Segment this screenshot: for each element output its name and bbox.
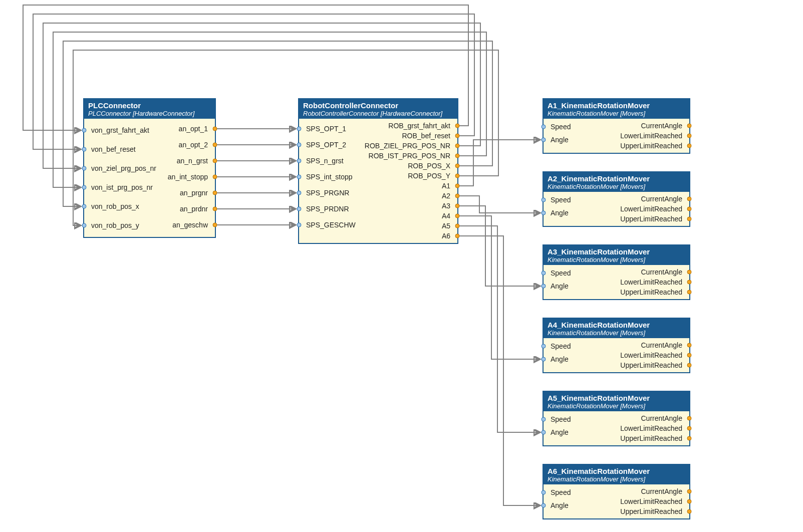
port-dot-icon[interactable] [687,290,692,295]
plc-port-von_rob_pos_y[interactable]: von_rob_pos_y [84,216,156,235]
port-dot-icon[interactable] [82,147,87,152]
port-dot-icon[interactable] [82,185,87,190]
port-dot-icon[interactable] [542,125,546,129]
mover-node-4[interactable]: A4_KinematicRotationMover KinematicRotat… [543,318,690,373]
robot-port-a2[interactable]: A2 [365,191,457,201]
robot-controller-connector-node[interactable]: RobotControllerConnector RobotController… [298,98,458,244]
robot-port-rob_grst_fahrt_akt[interactable]: ROB_grst_fahrt_akt [365,121,457,131]
port-dot-icon[interactable] [455,174,460,178]
port-dot-icon[interactable] [687,207,692,211]
robot-port-rob_bef_reset[interactable]: ROB_bef_reset [365,131,457,141]
mover-port-lowerlimitreached[interactable]: LowerLimitReached [617,350,690,360]
mover-port-currentangle[interactable]: CurrentAngle [617,121,690,131]
port-dot-icon[interactable] [213,191,217,195]
plc-port-von_grst_fahrt_akt[interactable]: von_grst_fahrt_akt [84,121,156,140]
port-dot-icon[interactable] [687,343,692,348]
port-dot-icon[interactable] [455,204,460,208]
mover-port-speed[interactable]: Speed [544,486,617,498]
port-dot-icon[interactable] [542,490,546,495]
mover-port-upperlimitreached[interactable]: UpperLimitReached [617,214,690,224]
mover-port-lowerlimitreached[interactable]: LowerLimitReached [617,277,690,287]
plc-port-an_geschw[interactable]: an_geschw [156,217,215,233]
mover-port-upperlimitreached[interactable]: UpperLimitReached [617,506,690,516]
plc-port-an_int_stopp[interactable]: an_int_stopp [156,169,215,185]
robot-port-sps_opt_1[interactable]: SPS_OPT_1 [299,121,365,137]
port-dot-icon[interactable] [297,207,302,211]
port-dot-icon[interactable] [687,363,692,368]
mover-port-speed[interactable]: Speed [544,340,617,352]
port-dot-icon[interactable] [687,509,692,514]
mover-node-3[interactable]: A3_KinematicRotationMover KinematicRotat… [543,244,690,300]
port-dot-icon[interactable] [455,154,460,158]
port-dot-icon[interactable] [542,271,546,276]
port-dot-icon[interactable] [687,353,692,358]
robot-port-rob_ist_prg_pos_nr[interactable]: ROB_IST_PRG_POS_NR [365,151,457,161]
port-dot-icon[interactable] [213,223,217,227]
mover-port-currentangle[interactable]: CurrentAngle [617,413,690,423]
port-dot-icon[interactable] [687,426,692,431]
mover-node-2[interactable]: A2_KinematicRotationMover KinematicRotat… [543,171,690,227]
mover-port-currentangle[interactable]: CurrentAngle [617,267,690,277]
plc-connector-node[interactable]: PLCConnector PLCConnector [HardwareConne… [83,98,216,238]
mover-port-angle[interactable]: Angle [544,279,617,293]
plc-port-von_bef_reset[interactable]: von_bef_reset [84,140,156,159]
mover-port-angle[interactable]: Angle [544,498,617,512]
mover-port-angle[interactable]: Angle [544,352,617,366]
mover-port-speed[interactable]: Speed [544,267,617,279]
mover-port-angle[interactable]: Angle [544,206,617,220]
mover-port-angle[interactable]: Angle [544,133,617,147]
port-dot-icon[interactable] [542,357,546,362]
robot-port-rob_pos_x[interactable]: ROB_POS_X [365,161,457,171]
robot-port-rob_ziel_prg_pos_nr[interactable]: ROB_ZIEL_PRG_POS_NR [365,141,457,151]
mover-port-upperlimitreached[interactable]: UpperLimitReached [617,360,690,370]
port-dot-icon[interactable] [455,124,460,128]
mover-port-angle[interactable]: Angle [544,425,617,439]
port-dot-icon[interactable] [213,143,217,147]
mover-port-speed[interactable]: Speed [544,194,617,206]
port-dot-icon[interactable] [82,223,87,228]
mover-port-lowerlimitreached[interactable]: LowerLimitReached [617,204,690,214]
robot-port-sps_prdnr[interactable]: SPS_PRDNR [299,201,365,217]
port-dot-icon[interactable] [687,499,692,504]
port-dot-icon[interactable] [455,214,460,218]
mover-port-speed[interactable]: Speed [544,121,617,133]
mover-port-upperlimitreached[interactable]: UpperLimitReached [617,433,690,443]
port-dot-icon[interactable] [213,159,217,163]
port-dot-icon[interactable] [297,159,302,163]
robot-port-sps_opt_2[interactable]: SPS_OPT_2 [299,137,365,153]
port-dot-icon[interactable] [297,191,302,195]
port-dot-icon[interactable] [687,489,692,494]
port-dot-icon[interactable] [82,128,87,133]
plc-port-an_opt_1[interactable]: an_opt_1 [156,121,215,137]
port-dot-icon[interactable] [213,175,217,179]
port-dot-icon[interactable] [455,194,460,198]
robot-port-a5[interactable]: A5 [365,221,457,231]
port-dot-icon[interactable] [455,224,460,228]
port-dot-icon[interactable] [687,217,692,221]
robot-port-sps_int_stopp[interactable]: SPS_int_stopp [299,169,365,185]
mover-node-5[interactable]: A5_KinematicRotationMover KinematicRotat… [543,391,690,446]
mover-port-currentangle[interactable]: CurrentAngle [617,194,690,204]
mover-port-lowerlimitreached[interactable]: LowerLimitReached [617,496,690,506]
mover-port-upperlimitreached[interactable]: UpperLimitReached [617,287,690,297]
robot-port-a4[interactable]: A4 [365,211,457,221]
port-dot-icon[interactable] [297,175,302,179]
plc-port-an_prgnr[interactable]: an_prgnr [156,185,215,201]
port-dot-icon[interactable] [542,198,546,202]
robot-port-a6[interactable]: A6 [365,231,457,241]
port-dot-icon[interactable] [213,127,217,131]
robot-port-sps_prgnr[interactable]: SPS_PRGNR [299,185,365,201]
port-dot-icon[interactable] [687,416,692,421]
port-dot-icon[interactable] [542,344,546,349]
mover-node-1[interactable]: A1_KinematicRotationMover KinematicRotat… [543,98,690,154]
port-dot-icon[interactable] [455,134,460,138]
port-dot-icon[interactable] [213,207,217,211]
mover-port-currentangle[interactable]: CurrentAngle [617,486,690,496]
port-dot-icon[interactable] [687,134,692,138]
port-dot-icon[interactable] [297,127,302,131]
port-dot-icon[interactable] [687,197,692,201]
port-dot-icon[interactable] [687,270,692,275]
plc-port-von_rob_pos_x[interactable]: von_rob_pos_x [84,197,156,216]
port-dot-icon[interactable] [687,144,692,148]
port-dot-icon[interactable] [687,124,692,128]
